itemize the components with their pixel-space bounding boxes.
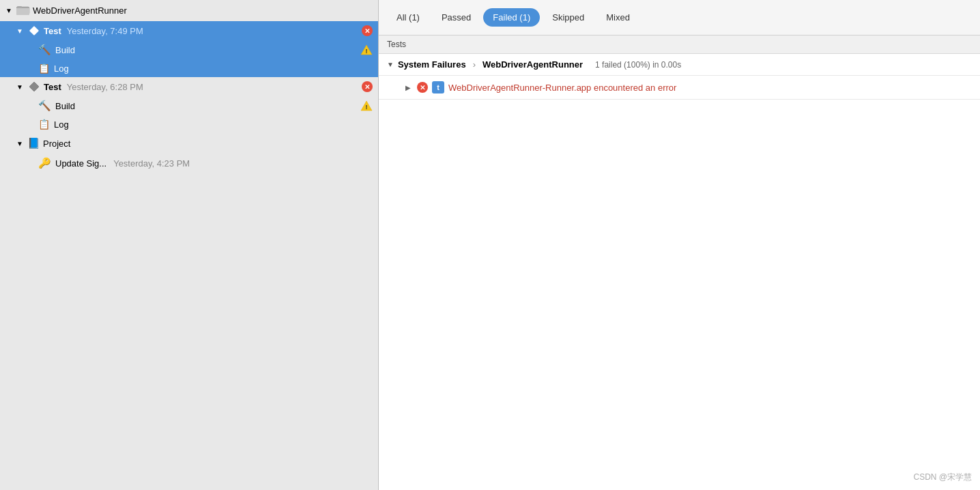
group1-build-warning: ! — [360, 44, 373, 55]
group1-type-label: Test — [44, 26, 61, 36]
right-panel: All (1) Passed Failed (1) Skipped Mixed … — [379, 0, 980, 490]
group2-log[interactable]: 📋 Log — [0, 115, 378, 133]
tab-all[interactable]: All (1) — [387, 8, 429, 27]
failure-group-row[interactable]: ▼ System Failures › WebDriverAgentRunner… — [379, 54, 980, 76]
tabs-bar: All (1) Passed Failed (1) Skipped Mixed — [379, 0, 980, 35]
group1-header[interactable]: ▼ Test Yesterday, 7:49 PM ✕ — [0, 21, 378, 40]
tests-section-header: Tests — [379, 35, 980, 54]
group1-build[interactable]: 🔨 Build ! — [0, 40, 378, 59]
failure-item-row[interactable]: ▶ ✕ t WebDriverAgentRunner-Runner.app en… — [379, 76, 980, 100]
group1-log-label: Log — [54, 63, 69, 74]
svg-text:!: ! — [366, 104, 368, 111]
failure-group-name: System Failures — [398, 59, 466, 70]
group3-key-timestamp: Yesterday, 4:23 PM — [113, 158, 190, 169]
folder-icon — [16, 4, 30, 17]
tab-failed[interactable]: Failed (1) — [483, 8, 540, 27]
group1-build-label: Build — [55, 45, 75, 55]
hammer-icon: 🔨 — [38, 44, 51, 56]
svg-text:!: ! — [366, 48, 368, 55]
svg-rect-1 — [17, 6, 22, 8]
root-label: WebDriverAgentRunner — [33, 5, 127, 16]
error-circle-icon: ✕ — [417, 82, 428, 93]
group1-timestamp: Yesterday, 7:49 PM — [67, 26, 143, 36]
root-chevron[interactable]: ▼ — [5, 7, 14, 14]
failure-item-text: WebDriverAgentRunner-Runner.app encounte… — [448, 83, 676, 93]
group3-header[interactable]: ▼ 📘 Project — [0, 133, 378, 154]
hammer2-icon: 🔨 — [38, 100, 51, 112]
failure-group-chevron[interactable]: ▼ — [387, 61, 394, 68]
group3-type-label: Project — [43, 139, 70, 149]
failure-group-arrow: › — [473, 59, 476, 70]
key-icon: 🔑 — [38, 157, 51, 169]
group3-key[interactable]: 🔑 Update Sig... Yesterday, 4:23 PM — [0, 154, 378, 173]
svg-rect-2 — [29, 26, 39, 35]
group2-build-warning: ! — [360, 100, 373, 111]
watermark: CSDN @宋学慧 — [913, 472, 972, 483]
group1-log[interactable]: 📋 Log — [0, 59, 378, 77]
project-icon: 📘 — [27, 137, 40, 149]
group2-build[interactable]: 🔨 Build ! — [0, 96, 378, 115]
group1-chevron[interactable]: ▼ — [16, 27, 25, 35]
group1-error-badge: ✕ — [362, 25, 373, 36]
group2-chevron[interactable]: ▼ — [16, 83, 25, 91]
log2-icon: 📋 — [38, 119, 50, 130]
group2-type-label: Test — [44, 82, 61, 92]
failure-group-stat: 1 failed (100%) in 0.00s — [595, 60, 681, 70]
play-icon[interactable]: ▶ — [403, 83, 413, 92]
group3-key-label: Update Sig... — [55, 158, 106, 169]
tab-skipped[interactable]: Skipped — [543, 8, 594, 27]
svg-rect-5 — [29, 82, 39, 91]
group2-header[interactable]: ▼ Test Yesterday, 6:28 PM ✕ — [0, 77, 378, 96]
diamond-hollow-icon — [29, 81, 40, 92]
log-icon: 📋 — [38, 63, 50, 74]
tests-content: Tests ▼ System Failures › WebDriverAgent… — [379, 35, 980, 490]
root-item[interactable]: ▼ WebDriverAgentRunner — [0, 0, 378, 21]
group2-error-badge: ✕ — [362, 81, 373, 92]
group3-chevron[interactable]: ▼ — [16, 140, 25, 147]
type-badge-icon: t — [432, 81, 444, 93]
group2-timestamp: Yesterday, 6:28 PM — [67, 82, 143, 92]
diamond-icon — [29, 25, 40, 36]
tab-passed[interactable]: Passed — [432, 8, 480, 27]
group2-log-label: Log — [54, 119, 69, 130]
failure-group-runner: WebDriverAgentRunner — [482, 59, 583, 70]
tab-mixed[interactable]: Mixed — [596, 8, 639, 27]
left-panel: ▼ WebDriverAgentRunner ▼ Test Yesterday,… — [0, 0, 379, 490]
group2-build-label: Build — [55, 101, 75, 111]
